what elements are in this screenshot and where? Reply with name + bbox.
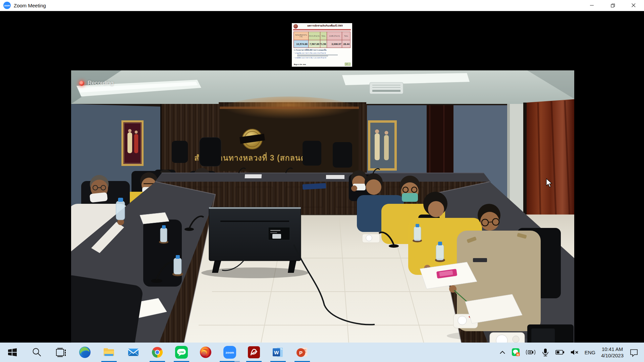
svg-text:zoom: zoom (226, 351, 234, 354)
slide-table: เงินกันเหลื่อมปี (ล้านบาท) เบิกจ่าย (ล้า… (293, 32, 351, 48)
taskbar-task-view-button[interactable] (50, 343, 71, 362)
slide-footer: ข้อมูล 31 มี.ค. 2566 (294, 63, 306, 66)
acrobat-icon (248, 346, 260, 358)
taskbar-mail-button[interactable] (123, 343, 144, 362)
file-explorer-icon (103, 347, 115, 358)
word-icon: W (272, 347, 284, 358)
taskbar-firefox-button[interactable] (195, 343, 216, 362)
minimize-button[interactable] (582, 0, 602, 11)
slide-divider (293, 30, 351, 31)
microphone-icon (541, 348, 550, 357)
svg-text:N: N (517, 353, 519, 356)
slide-table-header: ร้อยละ (342, 32, 350, 40)
taskbar-edge-button[interactable] (74, 343, 95, 362)
windows-taskbar: LINE zoom (0, 343, 644, 362)
taskbar-start-button[interactable] (2, 343, 23, 362)
meeting-room-scene: สำนักงานทางหลวงที่ 3 (สกลนคร) (71, 70, 574, 353)
royal-portrait-left (121, 120, 144, 166)
taskbar-chrome-button[interactable] (147, 343, 168, 362)
window-title: Zoom Meeting (14, 3, 46, 8)
window-controls (582, 0, 644, 11)
shared-screen-thumbnail[interactable]: ผลการเบิกจ่ายเงินกันเหลื่อมปี 2565 เงินก… (282, 21, 362, 68)
line-icon: LINE (175, 346, 188, 359)
bullet: • (294, 57, 294, 59)
tray-microphone-button[interactable] (541, 348, 550, 357)
taskbar-powerpoint-button[interactable]: P (292, 343, 313, 362)
slide-table-value: 10,574.86 (294, 40, 309, 48)
meeting-room-photo: สำนักงานทางหลวงที่ 3 (สกลนคร) (71, 70, 574, 353)
slide-title: ผลการเบิกจ่ายเงินกันเหลื่อมปี 2565 (299, 24, 352, 27)
recording-dot-icon (79, 81, 84, 86)
slide-table-value: 3,006.97 (327, 40, 342, 48)
hidden-icons-button[interactable] (499, 349, 506, 355)
taskbar-search-button[interactable] (26, 343, 47, 362)
slide-divider (293, 29, 351, 30)
task-view-icon (55, 347, 67, 358)
slide-table-header: เงินกันเหลื่อมปี (ล้านบาท) (294, 32, 309, 40)
zoom-app-icon: zoom (3, 2, 11, 9)
main-video-tile: สำนักงานทางหลวงที่ 3 (สกลนคร) (71, 70, 574, 353)
slide-table-header: เบิกจ่าย (ล้านบาท) (309, 32, 320, 40)
slide-note-detail (297, 55, 338, 55)
close-button[interactable] (623, 0, 644, 11)
taskbar-acrobat-button[interactable] (244, 343, 264, 362)
system-tray: N (499, 343, 644, 362)
tray-date: 4/10/2023 (601, 352, 624, 359)
slide-note: งานผูกพัน 245 รายการ เงิน 3,433.2734 ล้า… (295, 52, 326, 54)
slide-note-detail (297, 56, 328, 56)
royal-portrait-right (368, 120, 397, 171)
slide-table-value: 71.56 (320, 40, 327, 48)
close-icon (632, 3, 636, 7)
taskbar-line-button[interactable]: LINE (171, 343, 192, 362)
language-indicator[interactable]: ENG (585, 350, 596, 355)
slide-note: 1. จำนวนรายการทั้งสิ้น 868 รายการ แบ่งออ… (294, 49, 350, 51)
start-icon (7, 347, 18, 358)
window-title-bar: zoom Zoom Meeting (0, 0, 644, 11)
svg-text:LINE: LINE (179, 351, 184, 353)
zoom-icon: zoom (223, 346, 236, 359)
powerpoint-icon: P (296, 347, 308, 358)
edge-icon (78, 346, 91, 359)
restore-icon (611, 3, 615, 8)
chrome-icon (151, 346, 164, 359)
tray-line-notification[interactable]: N (512, 348, 520, 357)
taskbar-file-explorer-button[interactable] (99, 343, 119, 362)
bullet: • (294, 52, 294, 54)
firefox-icon (199, 346, 212, 359)
battery-icon (555, 348, 565, 356)
presentation-slide: ผลการเบิกจ่ายเงินกันเหลื่อมปี 2565 เงินก… (292, 23, 352, 67)
tray-time: 10:41 AM (602, 346, 623, 352)
restore-button[interactable] (602, 0, 623, 11)
camera-icon (526, 348, 535, 356)
slide-note: งานปีเดียว 624 รายการ เงิน 7,141.5829 ล้… (295, 57, 326, 59)
search-icon (31, 347, 42, 358)
svg-text:P: P (299, 350, 303, 356)
recording-indicator: Recording (79, 80, 114, 86)
slide-table-header: ร้อยละ (320, 32, 327, 40)
slide-page-badge: หน้า 4 (345, 63, 351, 66)
tray-camera-button[interactable] (526, 348, 535, 356)
volume-muted-icon (570, 348, 579, 356)
action-center-icon (629, 348, 639, 357)
slide-table-value: 7,567.89 (309, 40, 320, 48)
action-center-button[interactable] (629, 348, 639, 357)
slide-table-value: 28.44 (342, 40, 350, 48)
slide-table-header: คงเหลือ (ล้านบาท) (327, 32, 342, 40)
foreground-chair (71, 274, 144, 353)
chevron-up-icon (499, 349, 506, 355)
taskbar-word-button[interactable]: W (268, 343, 288, 362)
tray-battery-button[interactable] (555, 348, 565, 356)
slide-emblem-icon (293, 24, 298, 28)
air-conditioner (370, 82, 403, 94)
tray-volume-button[interactable] (570, 348, 579, 356)
svg-text:W: W (274, 350, 279, 355)
minimize-icon (590, 3, 594, 7)
clock[interactable]: 10:41 AM 4/10/2023 (601, 346, 624, 359)
taskbar-zoom-button[interactable]: zoom (219, 343, 240, 362)
mouse-cursor (546, 178, 553, 190)
recording-label: Recording (88, 80, 114, 86)
mail-icon (127, 347, 140, 358)
line-notification-icon: N (512, 348, 520, 357)
zoom-meeting-client-area: ผลการเบิกจ่ายเงินกันเหลื่อมปี 2565 เงินก… (0, 11, 644, 343)
